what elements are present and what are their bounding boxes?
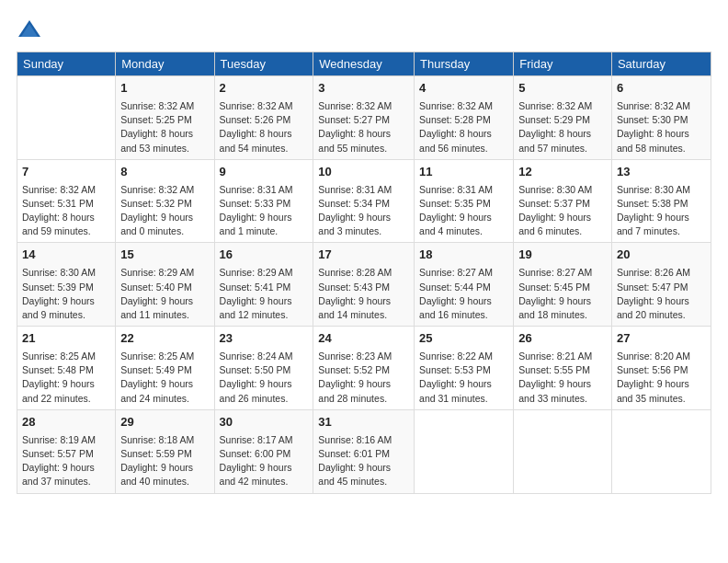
header (17, 17, 711, 42)
day-info: Sunrise: 8:30 AM Sunset: 5:39 PM Dayligh… (22, 266, 110, 322)
calendar-cell: 15Sunrise: 8:29 AM Sunset: 5:40 PM Dayli… (116, 243, 214, 327)
logo (17, 17, 46, 42)
day-info: Sunrise: 8:31 AM Sunset: 5:35 PM Dayligh… (419, 183, 508, 239)
day-info: Sunrise: 8:19 AM Sunset: 5:57 PM Dayligh… (22, 433, 110, 489)
day-number: 8 (120, 164, 209, 181)
day-info: Sunrise: 8:24 AM Sunset: 5:50 PM Dayligh… (220, 350, 309, 406)
day-info: Sunrise: 8:22 AM Sunset: 5:53 PM Dayligh… (419, 350, 508, 406)
calendar-cell: 20Sunrise: 8:26 AM Sunset: 5:47 PM Dayli… (611, 243, 711, 327)
calendar-cell: 18Sunrise: 8:27 AM Sunset: 5:44 PM Dayli… (415, 243, 514, 327)
calendar-cell: 24Sunrise: 8:23 AM Sunset: 5:52 PM Dayli… (313, 327, 415, 410)
calendar-cell: 9Sunrise: 8:31 AM Sunset: 5:33 PM Daylig… (214, 159, 313, 243)
col-header-wednesday: Wednesday (313, 52, 415, 76)
day-number: 16 (220, 247, 309, 264)
calendar-cell (514, 409, 612, 493)
calendar-cell: 22Sunrise: 8:25 AM Sunset: 5:49 PM Dayli… (116, 327, 214, 410)
week-row-2: 7Sunrise: 8:32 AM Sunset: 5:31 PM Daylig… (17, 159, 711, 243)
calendar-cell: 25Sunrise: 8:22 AM Sunset: 5:53 PM Dayli… (415, 327, 514, 410)
day-number: 22 (120, 330, 209, 348)
col-header-thursday: Thursday (415, 52, 514, 76)
page: SundayMondayTuesdayWednesdayThursdayFrid… (0, 0, 728, 563)
day-number: 18 (419, 247, 508, 264)
calendar-cell: 5Sunrise: 8:32 AM Sunset: 5:29 PM Daylig… (514, 76, 612, 160)
calendar-cell: 19Sunrise: 8:27 AM Sunset: 5:45 PM Dayli… (514, 243, 612, 327)
calendar-cell: 16Sunrise: 8:29 AM Sunset: 5:41 PM Dayli… (214, 243, 313, 327)
logo-icon (17, 17, 42, 42)
calendar-cell: 30Sunrise: 8:17 AM Sunset: 6:00 PM Dayli… (214, 409, 313, 493)
day-info: Sunrise: 8:32 AM Sunset: 5:28 PM Dayligh… (419, 99, 508, 155)
day-info: Sunrise: 8:20 AM Sunset: 5:56 PM Dayligh… (617, 350, 706, 406)
day-info: Sunrise: 8:32 AM Sunset: 5:30 PM Dayligh… (617, 99, 706, 155)
day-number: 26 (518, 330, 607, 348)
calendar-cell: 7Sunrise: 8:32 AM Sunset: 5:31 PM Daylig… (17, 159, 116, 243)
calendar-cell: 28Sunrise: 8:19 AM Sunset: 5:57 PM Dayli… (17, 409, 116, 493)
calendar-cell (611, 409, 711, 493)
day-info: Sunrise: 8:21 AM Sunset: 5:55 PM Dayligh… (518, 350, 607, 406)
calendar-cell: 17Sunrise: 8:28 AM Sunset: 5:43 PM Dayli… (313, 243, 415, 327)
day-info: Sunrise: 8:32 AM Sunset: 5:32 PM Dayligh… (120, 183, 209, 239)
day-number: 1 (120, 80, 209, 98)
day-info: Sunrise: 8:32 AM Sunset: 5:31 PM Dayligh… (22, 183, 110, 239)
day-number: 25 (419, 330, 508, 348)
day-number: 30 (220, 414, 309, 431)
day-number: 15 (120, 247, 209, 264)
day-number: 31 (318, 414, 409, 431)
day-info: Sunrise: 8:31 AM Sunset: 5:33 PM Dayligh… (220, 183, 309, 239)
day-number: 7 (22, 164, 110, 181)
day-info: Sunrise: 8:23 AM Sunset: 5:52 PM Dayligh… (318, 350, 409, 406)
calendar-cell: 21Sunrise: 8:25 AM Sunset: 5:48 PM Dayli… (17, 327, 116, 410)
col-header-monday: Monday (116, 52, 214, 76)
day-number: 10 (318, 164, 409, 181)
col-header-tuesday: Tuesday (214, 52, 313, 76)
calendar-table: SundayMondayTuesdayWednesdayThursdayFrid… (17, 52, 711, 494)
calendar-cell (17, 76, 116, 160)
calendar-cell: 31Sunrise: 8:16 AM Sunset: 6:01 PM Dayli… (313, 409, 415, 493)
day-number: 20 (617, 247, 706, 264)
day-number: 13 (617, 164, 706, 181)
calendar-header-row: SundayMondayTuesdayWednesdayThursdayFrid… (17, 52, 711, 76)
day-info: Sunrise: 8:17 AM Sunset: 6:00 PM Dayligh… (220, 433, 309, 489)
week-row-3: 14Sunrise: 8:30 AM Sunset: 5:39 PM Dayli… (17, 243, 711, 327)
day-number: 28 (22, 414, 110, 431)
day-info: Sunrise: 8:30 AM Sunset: 5:38 PM Dayligh… (617, 183, 706, 239)
calendar-cell: 2Sunrise: 8:32 AM Sunset: 5:26 PM Daylig… (214, 76, 313, 160)
calendar-cell: 3Sunrise: 8:32 AM Sunset: 5:27 PM Daylig… (313, 76, 415, 160)
day-info: Sunrise: 8:32 AM Sunset: 5:29 PM Dayligh… (518, 99, 607, 155)
week-row-5: 28Sunrise: 8:19 AM Sunset: 5:57 PM Dayli… (17, 409, 711, 493)
day-info: Sunrise: 8:28 AM Sunset: 5:43 PM Dayligh… (318, 266, 409, 322)
calendar-cell: 27Sunrise: 8:20 AM Sunset: 5:56 PM Dayli… (611, 327, 711, 410)
day-number: 27 (617, 330, 706, 348)
calendar-cell: 29Sunrise: 8:18 AM Sunset: 5:59 PM Dayli… (116, 409, 214, 493)
col-header-friday: Friday (514, 52, 612, 76)
day-number: 24 (318, 330, 409, 348)
day-number: 21 (22, 330, 110, 348)
day-number: 29 (120, 414, 209, 431)
day-number: 6 (617, 80, 706, 98)
day-number: 11 (419, 164, 508, 181)
calendar-cell: 8Sunrise: 8:32 AM Sunset: 5:32 PM Daylig… (116, 159, 214, 243)
day-info: Sunrise: 8:25 AM Sunset: 5:48 PM Dayligh… (22, 350, 110, 406)
day-number: 3 (318, 80, 409, 98)
day-info: Sunrise: 8:31 AM Sunset: 5:34 PM Dayligh… (318, 183, 409, 239)
week-row-4: 21Sunrise: 8:25 AM Sunset: 5:48 PM Dayli… (17, 327, 711, 410)
day-info: Sunrise: 8:32 AM Sunset: 5:25 PM Dayligh… (120, 99, 209, 155)
calendar-cell (415, 409, 514, 493)
day-number: 14 (22, 247, 110, 264)
calendar-cell: 6Sunrise: 8:32 AM Sunset: 5:30 PM Daylig… (611, 76, 711, 160)
day-number: 12 (518, 164, 607, 181)
calendar-cell: 23Sunrise: 8:24 AM Sunset: 5:50 PM Dayli… (214, 327, 313, 410)
calendar-cell: 12Sunrise: 8:30 AM Sunset: 5:37 PM Dayli… (514, 159, 612, 243)
day-info: Sunrise: 8:26 AM Sunset: 5:47 PM Dayligh… (617, 266, 706, 322)
day-number: 2 (220, 80, 309, 98)
day-number: 19 (518, 247, 607, 264)
col-header-sunday: Sunday (17, 52, 116, 76)
calendar-cell: 4Sunrise: 8:32 AM Sunset: 5:28 PM Daylig… (415, 76, 514, 160)
day-number: 9 (220, 164, 309, 181)
day-info: Sunrise: 8:30 AM Sunset: 5:37 PM Dayligh… (518, 183, 607, 239)
day-info: Sunrise: 8:29 AM Sunset: 5:41 PM Dayligh… (220, 266, 309, 322)
day-info: Sunrise: 8:32 AM Sunset: 5:26 PM Dayligh… (220, 99, 309, 155)
day-number: 5 (518, 80, 607, 98)
calendar-cell: 11Sunrise: 8:31 AM Sunset: 5:35 PM Dayli… (415, 159, 514, 243)
day-info: Sunrise: 8:16 AM Sunset: 6:01 PM Dayligh… (318, 433, 409, 489)
day-info: Sunrise: 8:29 AM Sunset: 5:40 PM Dayligh… (120, 266, 209, 322)
